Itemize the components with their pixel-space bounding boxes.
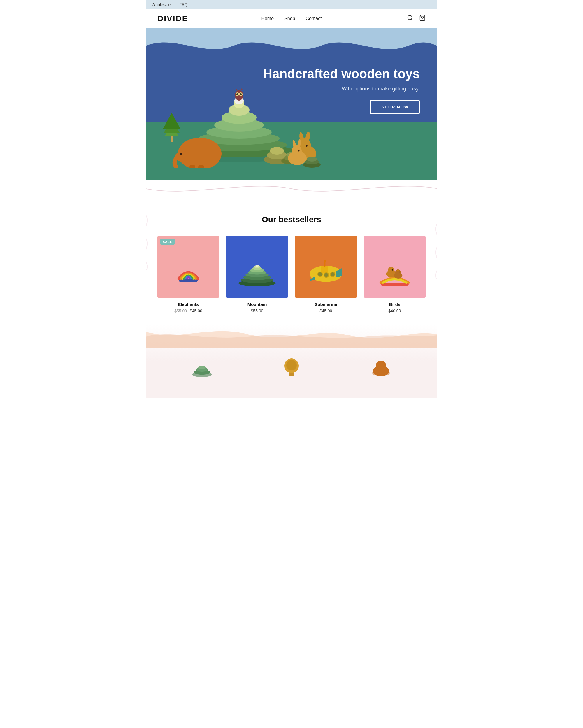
- bottom-toy-mid: [280, 354, 303, 378]
- product-card-birds[interactable]: Birds $40.00: [364, 236, 425, 313]
- product-image-birds: [364, 236, 425, 298]
- svg-point-57: [255, 264, 258, 267]
- product-bg-birds: [364, 236, 425, 298]
- logo: DIVIDE: [158, 14, 247, 23]
- header: DIVIDE Home Shop Contact: [146, 9, 437, 28]
- product-bg-elephants: [158, 236, 219, 298]
- svg-point-79: [198, 366, 206, 369]
- product-card-mountain[interactable]: Mountain $55.00: [226, 236, 288, 313]
- product-card-elephants[interactable]: SALE Elephants $55.00 $45.00: [158, 236, 219, 313]
- hero-content: Handcrafted wooden toys With options to …: [263, 66, 420, 114]
- svg-point-21: [240, 93, 242, 95]
- product-price-birds: $40.00: [364, 309, 425, 313]
- product-bg-submarine: [295, 236, 357, 298]
- hero-cta-button[interactable]: SHOP NOW: [370, 100, 420, 114]
- svg-line-1: [411, 19, 413, 20]
- wholesale-link[interactable]: Wholesale: [151, 2, 170, 7]
- price-original-elephants: $55.00: [174, 309, 187, 313]
- svg-point-71: [392, 269, 393, 271]
- svg-point-44: [298, 150, 300, 152]
- product-price-submarine: $45.00: [295, 309, 357, 313]
- bottom-wave: [146, 325, 437, 348]
- faqs-link[interactable]: FAQs: [179, 2, 190, 7]
- product-illustration-submarine: [303, 243, 349, 290]
- bottom-toy-left: [190, 354, 214, 378]
- search-icon: [407, 15, 413, 21]
- product-name-birds: Birds: [364, 302, 425, 307]
- hero-title: Handcrafted wooden toys: [263, 66, 420, 82]
- product-price-mountain: $55.00: [226, 309, 288, 313]
- bestsellers-section: Our bestsellers SALE: [146, 198, 437, 325]
- wave-divider: [146, 180, 437, 198]
- svg-point-63: [324, 273, 329, 277]
- svg-point-64: [330, 272, 335, 277]
- svg-point-47: [307, 157, 317, 162]
- bottom-toy-right: [369, 354, 393, 378]
- product-illustration-birds: [371, 243, 418, 290]
- svg-point-28: [180, 153, 183, 155]
- product-image-mountain: [226, 236, 288, 298]
- svg-point-39: [306, 145, 308, 147]
- product-name-mountain: Mountain: [226, 302, 288, 307]
- svg-point-61: [324, 260, 326, 262]
- svg-point-75: [398, 271, 400, 273]
- price-birds: $40.00: [389, 309, 401, 313]
- product-price-elephants: $55.00 $45.00: [158, 309, 219, 313]
- product-image-submarine: [295, 236, 357, 298]
- header-icons: [336, 15, 425, 23]
- main-nav: Home Shop Contact: [247, 16, 336, 21]
- product-bg-mountain: [226, 236, 288, 298]
- svg-rect-67: [381, 283, 409, 286]
- price-sale-elephants: $45.00: [190, 309, 202, 313]
- products-grid: SALE Elephants $55.00 $45.00: [158, 236, 425, 313]
- nav-contact[interactable]: Contact: [305, 16, 322, 21]
- product-card-submarine[interactable]: Submarine $45.00: [295, 236, 357, 313]
- search-button[interactable]: [407, 15, 413, 23]
- svg-point-0: [408, 16, 412, 20]
- price-mountain: $55.00: [251, 309, 263, 313]
- svg-rect-60: [324, 262, 326, 267]
- sale-badge-elephants: SALE: [160, 239, 175, 245]
- svg-point-62: [318, 272, 323, 277]
- svg-marker-22: [235, 87, 238, 90]
- product-image-elephants: SALE: [158, 236, 219, 298]
- price-submarine: $45.00: [320, 309, 332, 313]
- svg-point-31: [270, 147, 284, 155]
- product-name-submarine: Submarine: [295, 302, 357, 307]
- svg-marker-6: [163, 113, 181, 129]
- svg-rect-26: [190, 165, 195, 168]
- bottom-section: [146, 325, 437, 398]
- product-name-elephants: Elephants: [158, 302, 219, 307]
- svg-point-41: [292, 145, 302, 158]
- product-illustration-elephants: [165, 243, 212, 290]
- cart-button[interactable]: [419, 15, 425, 23]
- cart-icon: [419, 15, 425, 21]
- top-bar: Wholesale FAQs: [146, 0, 437, 9]
- squiggle-right-decoration: [428, 221, 437, 279]
- squiggle-left-decoration: [146, 212, 155, 270]
- svg-rect-27: [198, 165, 204, 168]
- svg-point-85: [376, 361, 386, 372]
- svg-point-82: [286, 360, 297, 370]
- bestsellers-heading: Our bestsellers: [158, 215, 425, 224]
- hero-section: Handcrafted wooden toys With options to …: [146, 28, 437, 180]
- nav-home[interactable]: Home: [261, 16, 274, 21]
- product-illustration-mountain: [234, 243, 280, 290]
- svg-point-20: [237, 93, 238, 95]
- hero-subtitle: With options to make gifting easy.: [263, 86, 420, 92]
- svg-marker-23: [240, 87, 243, 90]
- nav-shop[interactable]: Shop: [284, 16, 295, 21]
